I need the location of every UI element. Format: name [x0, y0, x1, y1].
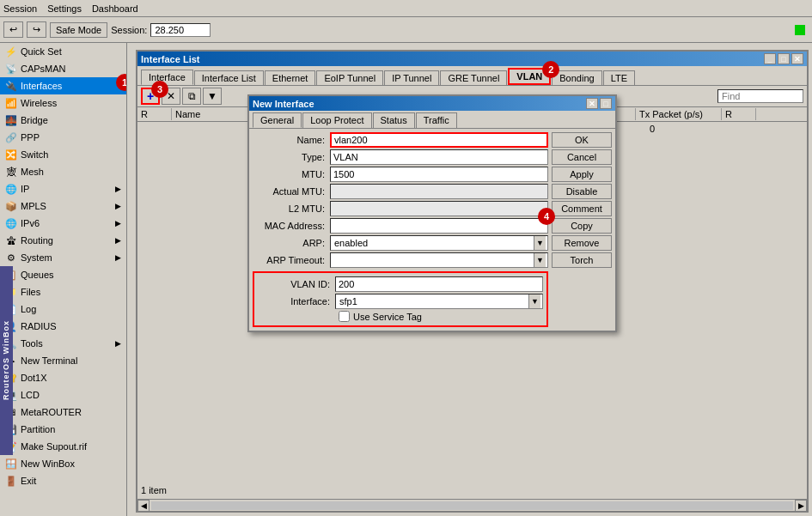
sidebar-item-label: Bridge [21, 115, 48, 125]
sidebar-item-log[interactable]: 📄 Log [0, 300, 126, 318]
arp-dropdown-arrow[interactable]: ▼ [534, 236, 546, 250]
remove-button[interactable]: Remove [552, 235, 612, 251]
mac-address-row: MAC Address: [253, 218, 548, 234]
vlan-id-input[interactable] [335, 276, 543, 292]
dialog-tab-general[interactable]: General [253, 112, 302, 128]
menu-session[interactable]: Session [3, 3, 37, 14]
copy-button[interactable]: Copy [552, 218, 612, 234]
l2mtu-input[interactable] [330, 201, 548, 216]
sidebar-item-lcd[interactable]: 💻 LCD [0, 386, 126, 404]
sidebar-item-mpls[interactable]: 📦 MPLS ▶ [0, 197, 126, 215]
vlan-interface-value: sfp1 [338, 296, 528, 307]
sidebar-item-files[interactable]: 📁 Files [0, 283, 126, 300]
tab-interface[interactable]: Interface [141, 70, 193, 85]
actual-mtu-input[interactable] [330, 184, 548, 199]
sidebar-item-mesh[interactable]: 🕸 Mesh [0, 163, 126, 180]
new-interface-dialog: New Interface ✕ □ General Loop Protect S… [247, 94, 617, 332]
arp-timeout-dropdown-arrow[interactable]: ▼ [534, 253, 546, 267]
sidebar-item-exit[interactable]: 🚪 Exit [0, 472, 126, 489]
cancel-button[interactable]: Cancel [552, 149, 612, 165]
mtu-label: MTU: [253, 169, 330, 179]
disable-button[interactable]: Disable [552, 184, 612, 199]
safe-mode-button[interactable]: Safe Mode [50, 22, 107, 38]
arp-select[interactable]: enabled ▼ [330, 235, 548, 251]
type-row: Type: [253, 149, 548, 165]
sidebar-item-radius[interactable]: 👤 RADIUS [0, 318, 126, 335]
sidebar-item-metarouter[interactable]: 🖥 MetaROUTER [0, 404, 126, 421]
sidebar-item-queues[interactable]: 📋 Queues [0, 266, 126, 283]
sidebar-item-switch[interactable]: 🔀 Switch [0, 146, 126, 163]
sidebar-item-interfaces[interactable]: 🔌 Interfaces 1 [0, 77, 126, 94]
dialog-tab-loop-protect[interactable]: Loop Protect [302, 112, 371, 128]
session-input[interactable] [150, 23, 211, 37]
scroll-right-button[interactable]: ▶ [795, 500, 807, 512]
restore-button[interactable]: □ [778, 53, 790, 64]
capsman-icon: 📡 [5, 63, 17, 75]
tab-eoip-tunnel[interactable]: EoIP Tunnel [316, 70, 383, 85]
menu-dashboard[interactable]: Dashboard [92, 3, 138, 14]
dialog-restore-button[interactable]: □ [600, 98, 612, 109]
sidebar-item-capsman[interactable]: 📡 CAPsMAN [0, 60, 126, 77]
copy-button[interactable]: ⧉ [182, 88, 201, 105]
ip-arrow: ▶ [115, 185, 121, 193]
undo-button[interactable]: ↩ [3, 21, 23, 38]
use-service-tag-checkbox[interactable] [339, 311, 350, 322]
sidebar-item-wireless[interactable]: 📶 Wireless [0, 94, 126, 112]
horizontal-scrollbar[interactable]: ◀ ▶ [137, 499, 807, 511]
tab-gre-tunnel[interactable]: GRE Tunnel [440, 70, 507, 85]
mac-address-input[interactable] [330, 218, 548, 234]
close-button[interactable]: ✕ [791, 53, 803, 64]
tab-bonding[interactable]: Bonding [552, 70, 601, 85]
menu-settings[interactable]: Settings [47, 3, 82, 14]
sidebar-item-partition[interactable]: 💾 Partition [0, 421, 126, 438]
sidebar-item-ppp[interactable]: 🔗 PPP [0, 129, 126, 146]
sidebar-item-routing[interactable]: 🛣 Routing ▶ [0, 232, 126, 249]
actual-mtu-row: Actual MTU: [253, 184, 548, 199]
redo-button[interactable]: ↪ [27, 21, 46, 38]
filter-button[interactable]: ▼ [203, 88, 222, 105]
type-input[interactable] [330, 149, 548, 165]
add-button[interactable]: + 3 [141, 88, 160, 105]
scroll-left-button[interactable]: ◀ [137, 500, 150, 512]
apply-button[interactable]: Apply [552, 167, 612, 182]
tab-interface-list[interactable]: Interface List [194, 70, 264, 85]
torch-button[interactable]: Torch [552, 252, 612, 268]
sidebar-item-label: Exit [21, 476, 36, 486]
minimize-button[interactable]: _ [764, 53, 776, 64]
ok-button[interactable]: OK [552, 132, 612, 148]
sidebar-item-tools[interactable]: 🔧 Tools ▶ [0, 335, 126, 352]
sidebar-item-dot1x[interactable]: 🔐 Dot1X [0, 369, 126, 386]
name-label: Name: [253, 135, 330, 145]
tab-ip-tunnel[interactable]: IP Tunnel [384, 70, 439, 85]
name-input[interactable] [330, 132, 548, 148]
sidebar-item-ipv6[interactable]: 🌐 IPv6 ▶ [0, 215, 126, 232]
sidebar-item-label: Interfaces [21, 81, 62, 91]
dialog-tab-status[interactable]: Status [373, 112, 415, 128]
sidebar-item-newterminal[interactable]: ▶ New Terminal [0, 352, 126, 369]
sidebar-item-quickset[interactable]: ⚡ Quick Set [0, 43, 126, 60]
tab-vlan[interactable]: VLAN 2 [508, 68, 551, 85]
sidebar-item-newwinbox[interactable]: 🪟 New WinBox [0, 455, 126, 472]
dialog-close-button[interactable]: ✕ [586, 98, 598, 109]
actual-mtu-label: Actual MTU: [253, 186, 330, 197]
arp-timeout-select[interactable]: ▼ [330, 252, 548, 268]
tab-lte[interactable]: LTE [603, 70, 635, 85]
sidebar-item-system[interactable]: ⚙ System ▶ [0, 249, 126, 266]
comment-button[interactable]: Comment [552, 201, 612, 216]
vlan-interface-select[interactable]: sfp1 ▼ [335, 294, 543, 309]
scroll-track[interactable] [151, 501, 793, 510]
ppp-icon: 🔗 [5, 131, 17, 143]
exit-icon: 🚪 [5, 475, 17, 487]
sidebar-item-ip[interactable]: 🌐 IP ▶ [0, 180, 126, 197]
sidebar-item-label: PPP [21, 132, 40, 143]
wireless-icon: 📶 [5, 97, 17, 109]
vlan-id-label: VLAN ID: [258, 279, 335, 289]
sidebar-item-bridge[interactable]: 🌉 Bridge [0, 112, 126, 129]
sidebar-item-makesupout[interactable]: 📝 Make Supout.rif [0, 438, 126, 455]
dialog-title: New Interface [253, 99, 314, 109]
mtu-input[interactable] [330, 167, 548, 182]
find-input[interactable] [717, 89, 803, 103]
tab-ethernet[interactable]: Ethernet [265, 70, 316, 85]
dialog-tab-traffic[interactable]: Traffic [416, 112, 457, 128]
vlan-interface-dropdown-arrow[interactable]: ▼ [528, 294, 540, 308]
